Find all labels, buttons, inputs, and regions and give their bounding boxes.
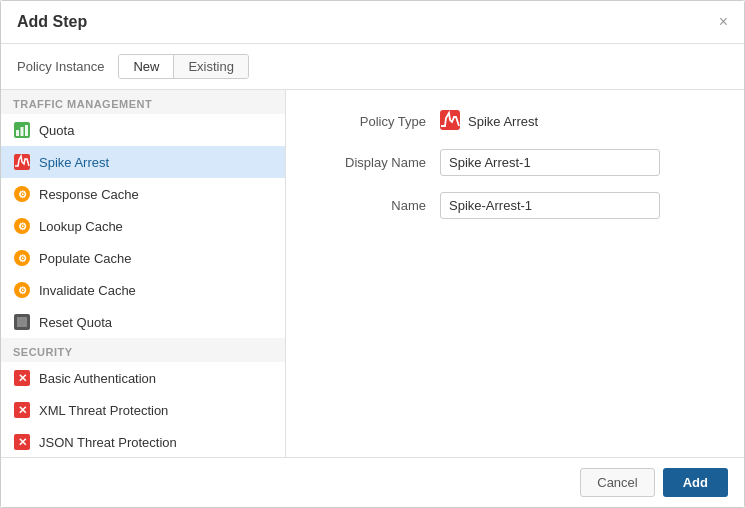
sidebar-item-reset-quota[interactable]: Reset Quota — [1, 306, 285, 338]
invalidate-cache-icon: ⚙ — [13, 281, 31, 299]
sidebar-item-response-cache-label: Response Cache — [39, 187, 139, 202]
policy-instance-row: Policy Instance New Existing — [1, 44, 744, 90]
reset-quota-icon — [13, 313, 31, 331]
dialog-header: Add Step × — [1, 1, 744, 44]
dialog-footer: Cancel Add — [1, 457, 744, 507]
section-header-traffic: TRAFFIC MANAGEMENT — [1, 90, 285, 114]
sidebar-item-spike-arrest[interactable]: Spike Arrest — [1, 146, 285, 178]
policy-instance-tabs: New Existing — [118, 54, 249, 79]
sidebar-item-json-threat[interactable]: ✕ JSON Threat Protection — [1, 426, 285, 457]
display-name-input[interactable] — [440, 149, 660, 176]
svg-text:✕: ✕ — [18, 372, 27, 384]
svg-rect-2 — [21, 127, 24, 136]
name-row: Name — [316, 192, 714, 219]
response-cache-icon: ⚙ — [13, 185, 31, 203]
display-name-label: Display Name — [316, 155, 426, 170]
sidebar: TRAFFIC MANAGEMENT Quota — [1, 90, 286, 457]
sidebar-item-xml-threat[interactable]: ✕ XML Threat Protection — [1, 394, 285, 426]
add-button[interactable]: Add — [663, 468, 728, 497]
lookup-cache-icon: ⚙ — [13, 217, 31, 235]
svg-text:✕: ✕ — [18, 436, 27, 448]
add-step-dialog: Add Step × Policy Instance New Existing … — [0, 0, 745, 508]
xml-threat-icon: ✕ — [13, 401, 31, 419]
policy-type-label: Policy Type — [316, 114, 426, 129]
svg-text:✕: ✕ — [18, 404, 27, 416]
json-threat-icon: ✕ — [13, 433, 31, 451]
quota-icon — [13, 121, 31, 139]
dialog-title: Add Step — [17, 13, 87, 31]
svg-text:⚙: ⚙ — [18, 221, 27, 232]
name-input[interactable] — [440, 192, 660, 219]
policy-type-value: Spike Arrest — [468, 114, 538, 129]
dialog-body: TRAFFIC MANAGEMENT Quota — [1, 90, 744, 457]
section-header-security: SECURITY — [1, 338, 285, 362]
sidebar-item-invalidate-cache-label: Invalidate Cache — [39, 283, 136, 298]
sidebar-item-response-cache[interactable]: ⚙ Response Cache — [1, 178, 285, 210]
policy-type-display: Spike Arrest — [440, 110, 538, 133]
name-label: Name — [316, 198, 426, 213]
basic-auth-icon: ✕ — [13, 369, 31, 387]
sidebar-item-populate-cache-label: Populate Cache — [39, 251, 132, 266]
sidebar-item-basic-auth-label: Basic Authentication — [39, 371, 156, 386]
policy-instance-label: Policy Instance — [17, 59, 104, 74]
sidebar-item-lookup-cache[interactable]: ⚙ Lookup Cache — [1, 210, 285, 242]
close-button[interactable]: × — [719, 14, 728, 30]
svg-text:⚙: ⚙ — [18, 253, 27, 264]
sidebar-item-invalidate-cache[interactable]: ⚙ Invalidate Cache — [1, 274, 285, 306]
sidebar-item-basic-auth[interactable]: ✕ Basic Authentication — [1, 362, 285, 394]
sidebar-item-lookup-cache-label: Lookup Cache — [39, 219, 123, 234]
sidebar-item-quota[interactable]: Quota — [1, 114, 285, 146]
populate-cache-icon: ⚙ — [13, 249, 31, 267]
tab-new[interactable]: New — [119, 55, 174, 78]
sidebar-item-json-threat-label: JSON Threat Protection — [39, 435, 177, 450]
policy-type-icon — [440, 110, 460, 133]
spike-arrest-icon — [13, 153, 31, 171]
sidebar-item-xml-threat-label: XML Threat Protection — [39, 403, 168, 418]
display-name-row: Display Name — [316, 149, 714, 176]
policy-type-row: Policy Type Spike Arrest — [316, 110, 714, 133]
cancel-button[interactable]: Cancel — [580, 468, 654, 497]
svg-text:⚙: ⚙ — [18, 285, 27, 296]
sidebar-item-populate-cache[interactable]: ⚙ Populate Cache — [1, 242, 285, 274]
tab-existing[interactable]: Existing — [174, 55, 248, 78]
svg-rect-14 — [17, 317, 27, 327]
sidebar-item-reset-quota-label: Reset Quota — [39, 315, 112, 330]
main-content: Policy Type Spike Arrest Display Name — [286, 90, 744, 457]
sidebar-item-quota-label: Quota — [39, 123, 74, 138]
svg-text:⚙: ⚙ — [18, 189, 27, 200]
svg-rect-1 — [16, 130, 19, 136]
svg-rect-3 — [25, 125, 28, 136]
sidebar-item-spike-arrest-label: Spike Arrest — [39, 155, 109, 170]
